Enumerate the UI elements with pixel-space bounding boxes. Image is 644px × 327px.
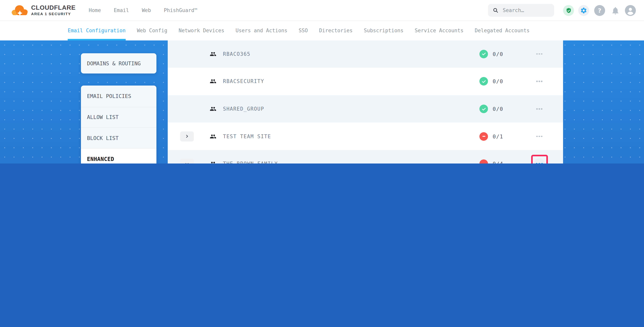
secondary-nav: Email Configuration Web Config Network D… [0, 21, 644, 40]
row-menu-button[interactable] [536, 79, 542, 84]
app-window: CLOUDFLARE AREA 1 SECURITY Home Email We… [0, 0, 644, 163]
notifications-bell-icon[interactable] [610, 5, 621, 16]
protected-count: 0/1 [493, 133, 503, 140]
group-name: SHARED_GROUP [223, 106, 264, 112]
tab-network-devices[interactable]: Network Devices [178, 21, 224, 40]
protected-count: 0/0 [493, 51, 503, 57]
search-box[interactable] [488, 4, 554, 17]
table-row-group[interactable]: TEST TEAM SITE 0/1 [168, 123, 563, 150]
protected-count: 0/0 [493, 106, 503, 112]
sidebar-item-block-list[interactable]: BLOCK LIST [81, 128, 156, 149]
status-badge-protected [480, 50, 488, 58]
tab-subscriptions[interactable]: Subscriptions [364, 21, 404, 40]
status-badge-unprotected [480, 132, 488, 141]
status-badge-protected [480, 77, 488, 86]
status-badge-protected [480, 105, 488, 113]
status-badge-unprotected [480, 160, 488, 163]
tab-service-accounts[interactable]: Service Accounts [415, 21, 464, 40]
brand-subtitle: AREA 1 SECURITY [31, 12, 76, 16]
group-icon [210, 78, 216, 85]
search-icon [493, 7, 498, 13]
tab-directories[interactable]: Directories [319, 21, 352, 40]
table-row-group[interactable]: SHARED_GROUP 0/0 [168, 95, 563, 123]
group-name: RBACSECURITY [223, 78, 264, 84]
group-name: THE BROWN FAMILY [223, 161, 278, 163]
group-name: RBACO365 [223, 51, 250, 57]
brand-name: CLOUDFLARE [31, 4, 76, 11]
collapse-button[interactable] [180, 159, 194, 163]
group-icon [210, 133, 216, 140]
expand-button[interactable] [180, 131, 194, 142]
row-menu-button-active[interactable] [534, 158, 545, 163]
account-icon[interactable] [625, 5, 636, 16]
tab-web-config[interactable]: Web Config [137, 21, 167, 40]
table-row-group[interactable]: RBACSECURITY 0/0 [168, 68, 563, 95]
tab-users-and-actions[interactable]: Users and Actions [236, 21, 287, 40]
primary-nav: Home Email Web PhishGuard™ [89, 0, 197, 21]
cloudflare-logo[interactable]: CLOUDFLARE AREA 1 SECURITY [10, 3, 76, 17]
tab-email-configuration[interactable]: Email Configuration [68, 21, 126, 40]
tab-delegated-accounts[interactable]: Delegated Accounts [475, 21, 530, 40]
group-icon [210, 51, 216, 57]
nav-item-home[interactable]: Home [89, 7, 101, 13]
protected-count: 0/0 [493, 78, 503, 85]
search-input[interactable] [502, 7, 550, 13]
help-icon[interactable]: ? [594, 5, 605, 16]
top-header: CLOUDFLARE AREA 1 SECURITY Home Email We… [0, 0, 644, 21]
sidebar-section-enhanced-detections: ENHANCED DETECTIONS Business Email Compr… [81, 149, 156, 163]
sidebar-item-domains-routing[interactable]: DOMAINS & ROUTING [81, 53, 156, 73]
enhanced-detections-title: ENHANCED DETECTIONS [87, 155, 145, 163]
svg-text:?: ? [598, 7, 601, 14]
protected-count: 0/4 [493, 161, 503, 163]
sidebar-email-policies-card: EMAIL POLICIES ALLOW LIST BLOCK LIST ENH… [81, 85, 156, 163]
group-icon [210, 106, 216, 112]
cloudflare-cloud-icon [10, 3, 29, 17]
shield-check-icon[interactable] [563, 5, 574, 16]
group-icon [210, 161, 216, 163]
nav-item-email[interactable]: Email [114, 7, 129, 13]
groups-table: RBACO365 0/0 RBACSECURITY 0/0 SHARED_GRO… [168, 40, 563, 163]
row-menu-button[interactable] [536, 52, 542, 56]
tab-sso[interactable]: SSO [299, 21, 308, 40]
row-menu-button[interactable] [536, 134, 542, 139]
sidebar-item-email-policies[interactable]: EMAIL POLICIES [81, 85, 156, 107]
sidebar-item-allow-list[interactable]: ALLOW LIST [81, 107, 156, 128]
table-row-group[interactable]: THE BROWN FAMILY 0/4 [168, 150, 563, 163]
group-name: TEST TEAM SITE [223, 134, 271, 139]
table-row-group[interactable]: RBACO365 0/0 [168, 40, 563, 68]
settings-gear-icon[interactable] [578, 5, 589, 16]
row-menu-button[interactable] [536, 107, 542, 111]
nav-item-web[interactable]: Web [142, 7, 151, 13]
nav-item-phishguard[interactable]: PhishGuard™ [164, 7, 197, 13]
